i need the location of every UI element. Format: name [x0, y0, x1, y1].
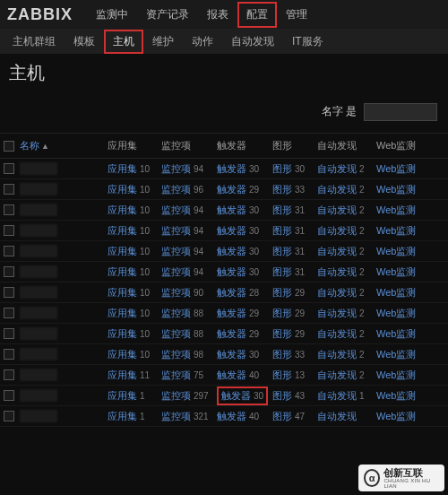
graphs-link[interactable]: 图形	[272, 287, 292, 298]
host-name-link[interactable]	[20, 204, 57, 216]
row-checkbox[interactable]	[4, 184, 14, 195]
triggers-link[interactable]: 触发器	[217, 246, 246, 256]
col-discovery[interactable]: 自动发现	[317, 139, 376, 152]
host-name-link[interactable]	[20, 307, 57, 319]
row-checkbox[interactable]	[4, 287, 14, 298]
web-link[interactable]: Web监测	[376, 225, 416, 236]
items-link[interactable]: 监控项	[161, 163, 191, 174]
host-name-link[interactable]	[20, 410, 57, 422]
web-link[interactable]: Web监测	[376, 328, 416, 339]
topnav-item-2[interactable]: 报表	[198, 2, 237, 28]
subnav-item-2[interactable]: 主机	[104, 30, 143, 54]
discovery-link[interactable]: 自动发现	[317, 411, 357, 421]
discovery-link[interactable]: 自动发现	[317, 308, 357, 318]
subnav-item-4[interactable]: 动作	[183, 30, 222, 54]
triggers-link[interactable]: 触发器	[217, 225, 246, 236]
web-link[interactable]: Web监测	[376, 266, 416, 277]
host-name-link[interactable]	[20, 348, 57, 360]
col-triggers[interactable]: 触发器	[217, 139, 272, 152]
web-link[interactable]: Web监测	[376, 184, 416, 195]
triggers-link[interactable]: 触发器	[217, 369, 246, 380]
subnav-item-6[interactable]: IT服务	[283, 30, 332, 54]
triggers-link[interactable]: 触发器	[217, 266, 246, 277]
triggers-link[interactable]: 触发器	[221, 390, 251, 401]
select-all-checkbox[interactable]	[4, 141, 14, 152]
applications-link[interactable]: 应用集	[108, 411, 137, 421]
graphs-link[interactable]: 图形	[272, 225, 292, 236]
topnav-item-1[interactable]: 资产记录	[137, 2, 198, 28]
graphs-link[interactable]: 图形	[272, 308, 292, 318]
discovery-link[interactable]: 自动发现	[317, 287, 357, 298]
subnav-item-1[interactable]: 模板	[65, 30, 104, 54]
discovery-link[interactable]: 自动发现	[317, 328, 357, 339]
graphs-link[interactable]: 图形	[272, 390, 292, 401]
items-link[interactable]: 监控项	[161, 266, 191, 277]
web-link[interactable]: Web监测	[376, 411, 416, 421]
graphs-link[interactable]: 图形	[272, 349, 292, 360]
web-link[interactable]: Web监测	[376, 349, 416, 360]
items-link[interactable]: 监控项	[161, 390, 191, 401]
web-link[interactable]: Web监测	[376, 308, 416, 318]
web-link[interactable]: Web监测	[376, 287, 416, 298]
topnav-item-3[interactable]: 配置	[237, 2, 277, 28]
host-name-link[interactable]	[20, 286, 57, 299]
applications-link[interactable]: 应用集	[108, 163, 137, 174]
row-checkbox[interactable]	[4, 266, 14, 277]
row-checkbox[interactable]	[4, 308, 14, 318]
discovery-link[interactable]: 自动发现	[317, 225, 357, 236]
discovery-link[interactable]: 自动发现	[317, 369, 357, 380]
row-checkbox[interactable]	[4, 246, 14, 256]
subnav-item-5[interactable]: 自动发现	[222, 30, 283, 54]
triggers-link[interactable]: 触发器	[217, 204, 246, 215]
row-checkbox[interactable]	[4, 204, 14, 215]
discovery-link[interactable]: 自动发现	[317, 204, 357, 215]
graphs-link[interactable]: 图形	[272, 204, 292, 215]
graphs-link[interactable]: 图形	[272, 163, 292, 174]
discovery-link[interactable]: 自动发现	[317, 184, 357, 195]
applications-link[interactable]: 应用集	[108, 266, 137, 277]
triggers-link[interactable]: 触发器	[217, 411, 246, 421]
applications-link[interactable]: 应用集	[108, 349, 137, 360]
host-name-link[interactable]	[20, 245, 57, 257]
row-checkbox[interactable]	[4, 349, 14, 360]
web-link[interactable]: Web监测	[376, 369, 416, 380]
triggers-link[interactable]: 触发器	[217, 308, 246, 318]
host-name-link[interactable]	[20, 224, 57, 237]
web-link[interactable]: Web监测	[376, 246, 416, 256]
applications-link[interactable]: 应用集	[108, 184, 137, 195]
applications-link[interactable]: 应用集	[108, 369, 137, 380]
filter-name-input[interactable]	[364, 103, 437, 121]
col-items[interactable]: 监控项	[161, 139, 217, 152]
host-name-link[interactable]	[20, 327, 57, 340]
subnav-item-3[interactable]: 维护	[143, 30, 183, 54]
applications-link[interactable]: 应用集	[108, 204, 137, 215]
row-checkbox[interactable]	[4, 411, 14, 421]
graphs-link[interactable]: 图形	[272, 369, 292, 380]
items-link[interactable]: 监控项	[161, 411, 191, 421]
col-name[interactable]: 名称	[20, 139, 39, 152]
items-link[interactable]: 监控项	[161, 184, 191, 195]
host-name-link[interactable]	[20, 265, 57, 278]
web-link[interactable]: Web监测	[376, 163, 416, 174]
items-link[interactable]: 监控项	[161, 328, 191, 339]
row-checkbox[interactable]	[4, 225, 14, 236]
applications-link[interactable]: 应用集	[108, 225, 137, 236]
graphs-link[interactable]: 图形	[272, 411, 292, 421]
host-name-link[interactable]	[20, 183, 57, 195]
triggers-link[interactable]: 触发器	[217, 287, 246, 298]
items-link[interactable]: 监控项	[161, 246, 191, 256]
host-name-link[interactable]	[20, 389, 57, 402]
triggers-link[interactable]: 触发器	[217, 184, 246, 195]
subnav-item-0[interactable]: 主机群组	[4, 30, 65, 54]
discovery-link[interactable]: 自动发现	[317, 246, 357, 256]
triggers-link[interactable]: 触发器	[217, 328, 246, 339]
items-link[interactable]: 监控项	[161, 308, 191, 318]
row-checkbox[interactable]	[4, 163, 14, 174]
graphs-link[interactable]: 图形	[272, 184, 292, 195]
graphs-link[interactable]: 图形	[272, 328, 292, 339]
web-link[interactable]: Web监测	[376, 204, 416, 215]
discovery-link[interactable]: 自动发现	[317, 163, 357, 174]
items-link[interactable]: 监控项	[161, 287, 191, 298]
topnav-item-0[interactable]: 监测中	[87, 2, 137, 28]
col-web[interactable]: Web监测	[376, 139, 426, 152]
